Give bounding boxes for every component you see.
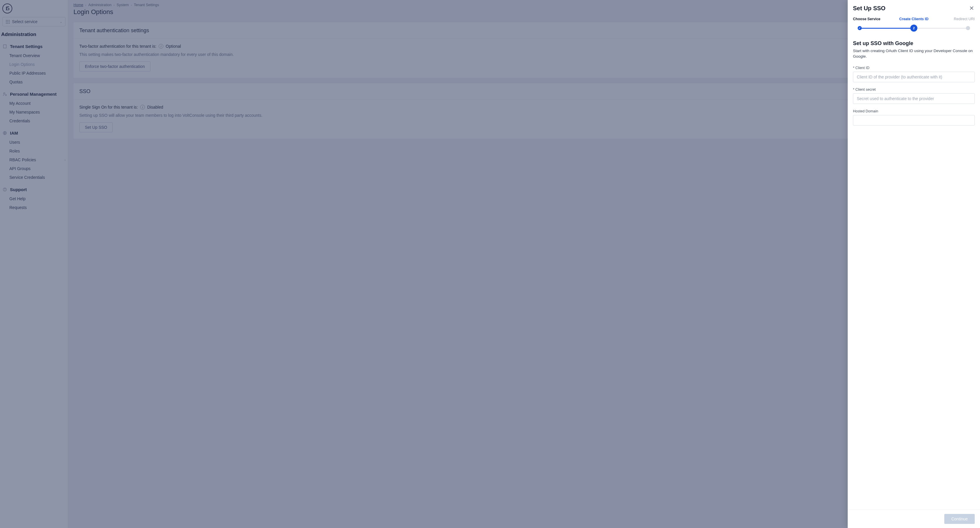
field-hosted-domain: Hosted Domain bbox=[853, 109, 975, 126]
client-id-input[interactable] bbox=[853, 72, 975, 82]
step-node-upcoming bbox=[966, 26, 970, 30]
field-label: Hosted Domain bbox=[853, 109, 975, 113]
step-node-completed bbox=[858, 26, 862, 30]
stepper-fill bbox=[859, 28, 914, 29]
hosted-domain-input[interactable] bbox=[853, 115, 975, 126]
step-label-1: Choose Service bbox=[853, 17, 894, 21]
drawer-title: Set Up SSO bbox=[853, 5, 885, 12]
continue-button[interactable]: Continue bbox=[944, 514, 975, 524]
field-label: * Client ID bbox=[853, 66, 975, 70]
sso-drawer: Set Up SSO ✕ Choose Service Create Clien… bbox=[848, 0, 980, 528]
field-label: * Client secret bbox=[853, 87, 975, 92]
form-desc: Start with creating OAuth Client ID usin… bbox=[853, 48, 975, 59]
stepper: Choose Service Create Clients ID Redirec… bbox=[848, 14, 980, 36]
step-label-3: Redirect URI bbox=[934, 17, 975, 21]
field-client-id: * Client ID bbox=[853, 66, 975, 82]
client-secret-input[interactable] bbox=[853, 93, 975, 104]
close-icon[interactable]: ✕ bbox=[969, 5, 975, 12]
step-label-2: Create Clients ID bbox=[894, 17, 934, 21]
modal-scrim[interactable] bbox=[0, 0, 980, 528]
field-client-secret: * Client secret bbox=[853, 87, 975, 104]
step-node-current: 2 bbox=[910, 25, 917, 32]
form-title: Set up SSO with Google bbox=[853, 40, 975, 46]
